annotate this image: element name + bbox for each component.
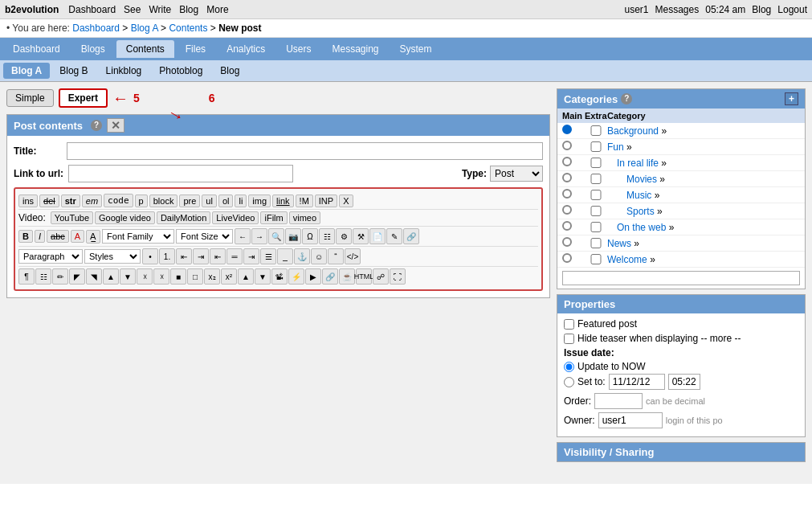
tb-embed-icon[interactable]: ▶ [305,268,321,285]
tb-x[interactable]: X [339,195,353,207]
tb-clean-icon[interactable]: ☍ [373,268,389,285]
sub-nav-blog[interactable]: Blog [212,63,247,79]
tb-fullscreen-icon[interactable]: ⛶ [390,268,406,285]
tb-merge-icon[interactable]: ■ [170,268,186,285]
cat-bg-link[interactable]: Background [607,125,659,137]
tb-char-icon[interactable]: Ω [302,228,318,244]
main-nav-system[interactable]: System [390,40,442,58]
tb-sup-icon[interactable]: x² [221,268,237,285]
time-input[interactable] [668,374,700,390]
post-contents-help-icon[interactable]: ? [91,120,102,131]
cat-extra-movies[interactable] [585,174,607,184]
tb-googlevideo[interactable]: Google video [95,211,155,224]
cat-main-radio-welcome[interactable] [562,253,585,265]
font-family-select[interactable]: Font Family [102,229,174,244]
link-input[interactable] [68,165,293,182]
tb-anchor-icon[interactable]: ⚓ [294,248,310,264]
tb-ins[interactable]: ins [18,195,38,207]
tab-simple[interactable]: Simple [6,89,54,107]
hide-teaser-checkbox[interactable] [564,334,574,344]
tb-img[interactable]: img [248,195,271,207]
tb-plugin5-icon[interactable]: 🔗 [403,228,419,244]
tb-livevideo[interactable]: LiveVideo [212,211,259,224]
tb-image-icon[interactable]: 📷 [285,228,301,244]
tb-del-col-icon[interactable]: ☓ [137,268,153,285]
cat-web-link[interactable]: On the web [617,222,666,233]
tb-italic[interactable]: I [35,230,45,243]
cat-main-radio-irl[interactable] [562,157,585,169]
tb-row-after-icon[interactable]: ▼ [120,268,136,285]
tb-hr-icon[interactable]: ⎯ [277,248,293,264]
tb-bgcolor[interactable]: A̲ [86,230,100,244]
styles-select[interactable]: Styles [84,249,141,264]
breadcrumb-dashboard[interactable]: Dashboard [72,23,120,34]
cat-extra-news[interactable] [585,238,607,248]
cat-main-radio-music[interactable] [562,189,585,201]
cat-main-radio-bg[interactable] [562,125,585,137]
featured-post-checkbox[interactable] [564,319,574,330]
cat-extra-bg[interactable] [585,125,607,136]
nav-see[interactable]: See [124,4,141,15]
main-nav-blogs[interactable]: Blogs [71,40,115,58]
title-input[interactable] [67,142,543,160]
tb-p[interactable]: p [135,195,148,207]
cat-extra-sports[interactable] [585,206,607,216]
cat-extra-fun[interactable] [585,141,607,152]
categories-help-icon[interactable]: ? [621,93,632,104]
order-input[interactable] [594,393,643,409]
cat-extra-welcome[interactable] [585,254,607,264]
tb-dailymotion[interactable]: DailyMotion [157,211,210,224]
tab-expert[interactable]: Expert [59,88,108,108]
update-now-radio[interactable] [564,362,574,372]
sub-nav-photoblog[interactable]: Photoblog [151,63,210,79]
tb-redo-icon[interactable]: → [251,228,267,244]
tb-edit-icon[interactable]: ✏ [52,268,68,285]
tb-align-justify-icon[interactable]: ☰ [260,248,276,264]
breadcrumb-bloga[interactable]: Blog A [131,23,158,34]
nav-dashboard[interactable]: Dashboard [68,4,116,15]
tb-media-icon[interactable]: 📽 [271,268,288,285]
tb-search-icon[interactable]: 🔍 [268,228,284,244]
tb-m[interactable]: !M [296,195,313,207]
tb-link2-icon[interactable]: 🔗 [322,268,338,285]
type-select[interactable]: Post Page Intro Sidebar [490,166,543,182]
cat-welcome-link[interactable]: Welcome [607,254,647,265]
tb-undo-icon[interactable]: ← [235,228,251,244]
tb-ifilm[interactable]: iFilm [260,211,287,224]
tb-emotion-icon[interactable]: ☺ [311,248,327,264]
set-to-radio[interactable] [564,377,574,387]
tb-flash-icon[interactable]: ⚡ [288,268,304,285]
cat-movies-link[interactable]: Movies [626,174,657,185]
tb-pre[interactable]: pre [179,195,200,207]
tb-blockquote-icon[interactable]: “ [328,248,344,264]
tb-list-ordered-icon[interactable]: 1. [159,248,175,264]
sub-nav-blogb[interactable]: Blog B [51,63,96,79]
nav-more[interactable]: More [206,4,228,15]
tb-code2-icon[interactable]: </> [345,248,361,264]
tb-ol[interactable]: ol [218,195,234,207]
cat-extra-music[interactable] [585,190,607,200]
main-nav-contents[interactable]: Contents [116,40,174,58]
tb-table-icon[interactable]: ☷ [319,228,335,244]
nav-write[interactable]: Write [149,4,171,15]
tb-block[interactable]: block [149,195,178,207]
cat-main-radio-sports[interactable] [562,205,585,217]
tb-unlink-icon[interactable]: ☕ [339,268,355,285]
tb-bold[interactable]: B [18,230,33,243]
cat-extra-web[interactable] [585,222,607,232]
tb-row-before-icon[interactable]: ▲ [103,268,119,285]
tb-align-left-icon[interactable]: ⇤ [210,248,226,264]
tb-vimeo[interactable]: vimeo [289,211,320,224]
date-input[interactable] [609,374,665,390]
tb-list-unordered-icon[interactable]: • [142,248,158,264]
tb-split-icon[interactable]: □ [187,268,203,285]
tb-str[interactable]: str [61,195,80,207]
tb-textcolor[interactable]: A [71,230,84,243]
tb-col-before-icon[interactable]: ◤ [69,268,85,285]
tb-table2-icon[interactable]: ☷ [35,268,51,285]
cat-sports-link[interactable]: Sports [626,206,655,217]
nav-blog[interactable]: Blog [179,4,198,15]
tb-em[interactable]: em [82,195,102,207]
main-nav-users[interactable]: Users [276,40,320,58]
tb-inp[interactable]: INP [315,195,337,207]
